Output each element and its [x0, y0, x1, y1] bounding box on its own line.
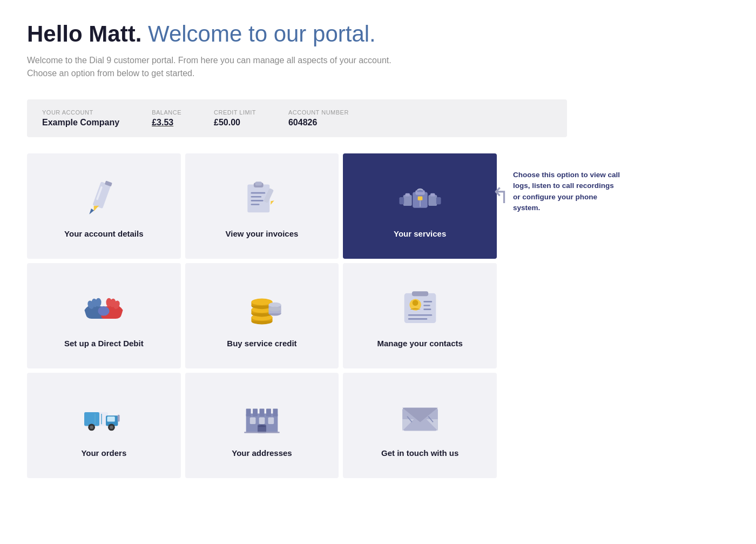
card-get-in-touch[interactable]: Get in touch with us [343, 373, 497, 478]
svg-rect-64 [118, 414, 120, 421]
touch-icon [396, 395, 444, 439]
invoice-icon [238, 176, 286, 219]
svg-rect-23 [399, 197, 404, 204]
svg-rect-8 [251, 192, 266, 194]
svg-rect-57 [107, 417, 115, 422]
svg-rect-71 [250, 417, 256, 424]
svg-rect-24 [436, 197, 441, 204]
svg-rect-19 [403, 194, 411, 205]
card-view-invoices-label: View your invoices [226, 229, 299, 238]
page-title: Hello Matt. Welcome to our portal. [27, 22, 729, 46]
svg-marker-3 [90, 209, 94, 214]
svg-rect-72 [259, 417, 265, 424]
subtitle: Welcome to the Dial 9 customer portal. F… [27, 54, 729, 80]
svg-rect-53 [408, 318, 427, 320]
svg-point-48 [412, 300, 418, 306]
orders-icon [79, 395, 128, 439]
svg-point-30 [106, 298, 112, 306]
credit-limit-item: CREDIT LIMIT £50.00 [214, 109, 256, 127]
svg-rect-69 [266, 408, 271, 416]
card-your-addresses-label: Your addresses [232, 448, 292, 458]
card-direct-debit[interactable]: Set up a Direct Debit [27, 263, 181, 368]
svg-rect-52 [408, 314, 431, 316]
card-buy-credit-label: Buy service credit [227, 339, 296, 348]
svg-point-61 [110, 425, 113, 428]
svg-rect-51 [423, 308, 431, 310]
svg-rect-66 [246, 408, 251, 416]
svg-point-31 [98, 306, 110, 316]
card-direct-debit-label: Set up a Direct Debit [64, 339, 144, 348]
addresses-icon [238, 395, 286, 439]
svg-rect-7 [255, 182, 262, 185]
svg-rect-9 [251, 196, 262, 198]
svg-rect-67 [253, 408, 258, 416]
balance-item: BALANCE £3.53 [152, 109, 181, 127]
services-icon [396, 176, 444, 219]
contacts-icon [396, 286, 444, 329]
account-bar: YOUR ACCOUNT Example Company BALANCE £3.… [27, 99, 567, 137]
svg-rect-50 [423, 305, 430, 306]
grid-wrapper: Your account details [27, 153, 621, 478]
your-account-item: YOUR ACCOUNT Example Company [42, 109, 119, 127]
svg-rect-75 [244, 432, 280, 433]
svg-point-27 [96, 298, 102, 306]
svg-point-59 [90, 425, 93, 428]
svg-rect-68 [260, 408, 265, 416]
account-number-item: ACCOUNT NUMBER 604826 [288, 109, 349, 127]
credit-icon [238, 286, 286, 329]
card-your-services[interactable]: Your services [343, 153, 497, 259]
card-manage-contacts[interactable]: Manage your contacts [343, 263, 497, 368]
card-manage-contacts-label: Manage your contacts [377, 339, 462, 348]
cards-grid: Your account details [27, 153, 497, 478]
card-account-details-label: Your account details [64, 229, 143, 238]
svg-marker-13 [269, 199, 274, 205]
svg-rect-73 [268, 417, 274, 424]
svg-point-43 [268, 302, 281, 307]
svg-rect-20 [405, 193, 410, 196]
svg-point-44 [268, 306, 281, 311]
tooltip-area: ↰ Choose this option to view call logs, … [497, 153, 621, 478]
svg-rect-49 [423, 301, 432, 303]
svg-rect-22 [430, 193, 435, 196]
svg-rect-11 [251, 204, 260, 205]
svg-rect-17 [417, 196, 422, 200]
card-get-in-touch-label: Get in touch with us [381, 448, 458, 458]
card-buy-credit[interactable]: Buy service credit [185, 263, 339, 368]
tooltip-text: Choose this option to view call logs, li… [502, 170, 621, 213]
card-account-details[interactable]: Your account details [27, 153, 181, 259]
svg-rect-70 [273, 408, 278, 416]
debit-icon [79, 286, 128, 329]
card-view-invoices[interactable]: View your invoices [185, 153, 339, 259]
card-your-orders[interactable]: Your orders [27, 373, 181, 478]
svg-rect-46 [412, 291, 428, 296]
svg-rect-21 [428, 194, 437, 205]
svg-rect-10 [251, 200, 264, 202]
card-your-orders-label: Your orders [81, 448, 126, 458]
pen-icon [79, 176, 128, 219]
svg-rect-0 [93, 182, 111, 209]
tooltip-arrow: ↰ [491, 183, 510, 208]
card-your-services-label: Your services [394, 229, 446, 238]
card-your-addresses[interactable]: Your addresses [185, 373, 339, 478]
